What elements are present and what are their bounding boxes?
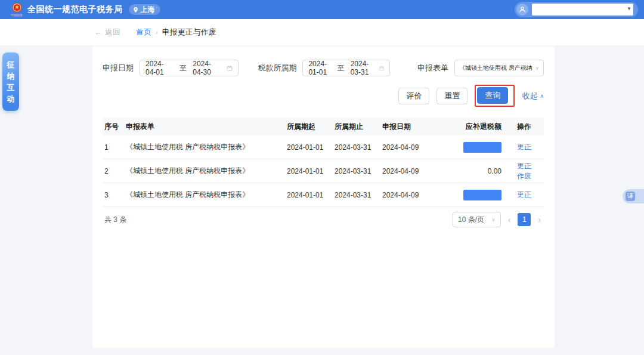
correct-link[interactable]: 更正 (517, 162, 531, 170)
amount-redacted-block (463, 190, 501, 200)
row-seq: 3 (104, 191, 126, 199)
table-row: 1 《城镇土地使用税 房产税纳税申报表》 2024-01-01 2024-03-… (103, 135, 544, 159)
location-pill[interactable]: 上海 (129, 4, 160, 15)
row-filing-date: 2024-04-09 (382, 191, 442, 199)
translate-icon: 译 (626, 192, 635, 201)
tax-period-end[interactable]: 2024-03-31 (351, 60, 373, 76)
chevron-down-icon: ∨ (491, 217, 496, 223)
row-period-start: 2024-01-01 (287, 167, 335, 175)
logo-caption: 中国税务 (11, 14, 23, 17)
breadcrumb-separator: › (156, 29, 158, 36)
col-filing-date: 申报日期 (382, 122, 442, 132)
table-row: 3 《城镇土地使用税 房产税纳税申报表》 2024-01-01 2024-03-… (103, 183, 544, 207)
side-tab-char: 征 (2, 59, 19, 70)
app-title: 全国统一规范电子税务局 (27, 4, 123, 15)
user-dropdown-caret-icon[interactable]: ▼ (627, 6, 631, 11)
filter-row: 申报日期 2024-04-01 至 2024-04-30 税款所属期 2024-… (103, 60, 544, 76)
row-amount: 0.00 (442, 167, 503, 175)
row-period-start: 2024-01-01 (287, 191, 335, 199)
row-period-end: 2024-03-31 (335, 143, 382, 152)
filing-date-range-picker[interactable]: 2024-04-01 至 2024-04-30 (140, 60, 239, 76)
evaluate-button[interactable]: 评价 (398, 88, 429, 104)
emblem-icon (11, 2, 23, 14)
col-seq: 序号 (104, 122, 126, 132)
col-period-end: 所属期止 (335, 122, 382, 132)
user-icon (518, 5, 527, 14)
prev-page-button[interactable]: ‹ (507, 215, 512, 224)
page-size-select[interactable]: 10 条/页 ∨ (453, 212, 501, 227)
back-label: 返回 (105, 27, 120, 38)
void-link[interactable]: 作废 (517, 172, 531, 180)
results-table: 序号 申报表单 所属期起 所属期止 申报日期 应补退税额 操作 1 《城镇土地使… (103, 118, 544, 232)
row-period-start: 2024-01-01 (287, 143, 335, 152)
reset-button[interactable]: 重置 (436, 88, 467, 104)
amount-value: 0.00 (488, 167, 501, 175)
form-select[interactable]: 《城镇土地使用税 房产税纳税申报... ∨ (454, 60, 544, 76)
row-actions: 更正 (503, 142, 542, 152)
location-pin-icon (132, 7, 139, 13)
row-period-end: 2024-03-31 (335, 191, 382, 199)
filing-date-start[interactable]: 2024-04-01 (145, 60, 174, 76)
side-tab-char: 动 (2, 93, 19, 104)
row-filing-date: 2024-04-09 (382, 143, 442, 152)
chevron-up-icon: ∧ (540, 93, 544, 99)
row-form: 《城镇土地使用税 房产税纳税申报表》 (126, 190, 287, 200)
col-period-start: 所属期起 (287, 122, 335, 132)
calendar-icon[interactable] (227, 64, 233, 72)
form-select-value: 《城镇土地使用税 房产税纳税申报... (459, 64, 532, 72)
row-seq: 2 (104, 167, 126, 175)
toolbar: 评价 重置 查询 收起 ∧ (103, 85, 544, 107)
calendar-icon[interactable] (379, 64, 384, 72)
table-header: 序号 申报表单 所属期起 所属期止 申报日期 应补退税额 操作 (103, 118, 544, 135)
breadcrumb-current: 申报更正与作废 (162, 27, 216, 38)
tax-period-label: 税款所属期 (258, 63, 296, 73)
row-form: 《城镇土地使用税 房产税纳税申报表》 (126, 166, 287, 176)
user-account-input[interactable] (532, 4, 633, 16)
row-amount (442, 142, 503, 153)
translate-float-button[interactable]: 译 (623, 189, 644, 203)
correct-link[interactable]: 更正 (517, 190, 531, 199)
tax-period-start[interactable]: 2024-01-01 (308, 60, 331, 76)
query-button[interactable]: 查询 (477, 87, 508, 104)
user-widget[interactable]: ▼ (515, 2, 638, 17)
current-page-button[interactable]: 1 (518, 213, 531, 226)
sidebar-tab-interaction[interactable]: 征 纳 互 动 (2, 53, 19, 111)
row-seq: 1 (104, 143, 126, 152)
amount-redacted-block (463, 142, 501, 153)
form-select-label: 申报表单 (417, 63, 448, 73)
page-size-value: 10 条/页 (458, 215, 484, 225)
row-actions: 更正 (503, 190, 542, 200)
row-period-end: 2024-03-31 (335, 167, 382, 175)
app-header: 中国税务 全国统一规范电子税务局 上海 ▼ (0, 0, 644, 19)
col-amount: 应补退税额 (442, 122, 503, 132)
side-tab-char: 纳 (2, 70, 19, 82)
table-row: 2 《城镇土地使用税 房产税纳税申报表》 2024-01-01 2024-03-… (103, 159, 544, 183)
collapse-label: 收起 (522, 91, 537, 101)
chevron-down-icon: ∨ (535, 65, 539, 71)
annotation-highlight: 查询 (475, 85, 515, 107)
filing-date-label: 申报日期 (103, 63, 134, 73)
table-footer: 共 3 条 10 条/页 ∨ ‹ 1 › (103, 207, 544, 232)
col-actions: 操作 (503, 122, 542, 132)
row-form: 《城镇土地使用税 房产税纳税申报表》 (126, 142, 287, 152)
location-label: 上海 (141, 5, 155, 15)
row-amount (442, 190, 503, 200)
breadcrumb-home[interactable]: 首页 (136, 27, 151, 38)
range-to-label: 至 (338, 63, 345, 73)
tax-emblem-logo: 中国税务 (11, 2, 23, 17)
main-card: 申报日期 2024-04-01 至 2024-04-30 税款所属期 2024-… (92, 47, 555, 348)
avatar[interactable] (516, 4, 528, 16)
pagination: 10 条/页 ∨ ‹ 1 › (453, 212, 542, 227)
total-count: 共 3 条 (104, 215, 126, 225)
next-page-button[interactable]: › (537, 215, 542, 224)
tax-period-range-picker[interactable]: 2024-01-01 至 2024-03-31 (302, 60, 390, 76)
back-button[interactable]: ← 返回 (94, 27, 120, 38)
col-form: 申报表单 (126, 122, 287, 132)
side-tab-char: 互 (2, 82, 19, 93)
collapse-toggle[interactable]: 收起 ∧ (522, 91, 544, 101)
row-actions: 更正 作废 (503, 161, 542, 181)
back-arrow-icon: ← (94, 28, 102, 37)
correct-link[interactable]: 更正 (517, 143, 531, 151)
filing-date-end[interactable]: 2024-04-30 (193, 60, 221, 76)
breadcrumb: ← 返回 首页 › 申报更正与作废 (0, 19, 644, 45)
